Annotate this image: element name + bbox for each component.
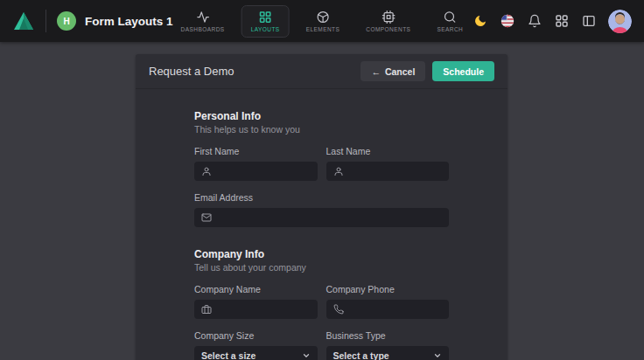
form-row: Company Name Company Phone [194,284,449,319]
moon-icon [473,14,487,28]
section-title: Personal Info [194,110,449,122]
grid-icon [259,10,272,24]
app-badge: H [57,11,76,31]
briefcase-icon [201,304,212,315]
company-info-section: Company Info Tell us about your company … [194,248,449,360]
company-name-input[interactable] [194,300,318,319]
sidebar-toggle-button[interactable] [581,13,597,29]
section-title: Company Info [194,248,449,260]
main-navigation: DASHBOARDS LAYOUTS ELEMENTS COMPONENTS S… [172,0,473,42]
personal-info-section: Personal Info This helps us to know you … [194,110,449,227]
nav-item-components[interactable]: COMPONENTS [356,5,420,38]
schedule-button[interactable]: Schedule [432,61,494,81]
nav-item-label: LAYOUTS [251,26,280,32]
section-subtitle: Tell us about your company [194,262,449,273]
phone-icon [333,304,344,315]
nav-item-label: COMPONENTS [366,26,410,32]
section-subtitle: This helps us to know you [194,124,449,135]
email-address-input[interactable] [194,208,449,227]
bell-icon [528,14,542,28]
card-title: Request a Demo [149,65,234,78]
nav-item-dashboards[interactable]: DASHBOARDS [172,5,234,38]
card-actions: ← Cancel Schedule [360,61,494,81]
business-type-select[interactable]: Select a type [326,346,450,360]
card-header: Request a Demo ← Cancel Schedule [136,54,508,89]
mail-icon [201,212,212,223]
navbar-divider [46,10,46,32]
left-arrow-icon: ← [371,66,381,77]
first-name-input[interactable] [194,162,318,181]
email-address-field: Email Address [194,192,449,227]
demo-form: Personal Info This helps us to know you … [136,89,508,360]
us-flag-icon [500,14,514,28]
form-row: Email Address [194,192,449,227]
nav-item-elements[interactable]: ELEMENTS [297,5,350,38]
apps-grid-icon [555,14,569,28]
first-name-field: First Name [194,146,318,181]
theme-toggle-button[interactable] [472,13,488,29]
company-name-label: Company Name [194,284,318,294]
box-icon [316,10,329,24]
layout-sidebar-icon [582,14,596,28]
nav-item-label: SEARCH [437,26,463,32]
cancel-button[interactable]: ← Cancel [360,61,425,81]
business-type-label: Business Type [326,330,450,341]
activity-icon [196,10,209,24]
person-icon [333,166,344,177]
navbar-actions [472,10,632,33]
top-navbar: H Form Layouts 1 DASHBOARDS LAYOUTS ELEM… [0,0,644,42]
chevron-down-icon [433,351,442,360]
company-size-value: Select a size [201,350,256,360]
company-phone-field: Company Phone [326,284,450,319]
cancel-button-label: Cancel [385,66,415,77]
search-icon [444,10,457,24]
language-selector[interactable] [500,13,515,29]
company-phone-input[interactable] [326,300,450,319]
company-size-field: Company Size Select a size [194,330,318,360]
apps-menu-button[interactable] [554,13,570,29]
form-row: First Name Last Name [194,146,449,181]
business-type-value: Select a type [333,350,389,360]
form-row: Company Size Select a size Business Type… [194,330,449,360]
nav-item-label: DASHBOARDS [181,26,225,32]
page-title: Form Layouts 1 [85,15,173,28]
company-size-select[interactable]: Select a size [194,346,318,360]
first-name-label: First Name [194,146,318,156]
content-area: Request a Demo ← Cancel Schedule Persona… [0,42,644,360]
company-phone-label: Company Phone [326,284,450,294]
person-icon [201,166,212,177]
chevron-down-icon [302,351,311,360]
cpu-icon [382,10,395,24]
last-name-input[interactable] [326,162,450,181]
user-avatar[interactable] [608,10,632,33]
notifications-button[interactable] [527,13,542,29]
email-address-label: Email Address [194,192,449,203]
nav-item-label: ELEMENTS [306,26,340,32]
company-name-field: Company Name [194,284,318,319]
company-size-label: Company Size [194,330,318,341]
last-name-field: Last Name [326,146,450,181]
nav-item-layouts[interactable]: LAYOUTS [242,5,290,38]
brand-area: H [12,10,76,32]
business-type-field: Business Type Select a type [326,330,450,360]
nav-item-search[interactable]: SEARCH [427,5,472,38]
last-name-label: Last Name [326,146,450,156]
app-logo-icon[interactable] [12,10,35,32]
avatar-image [608,10,632,33]
request-demo-card: Request a Demo ← Cancel Schedule Persona… [136,54,508,360]
